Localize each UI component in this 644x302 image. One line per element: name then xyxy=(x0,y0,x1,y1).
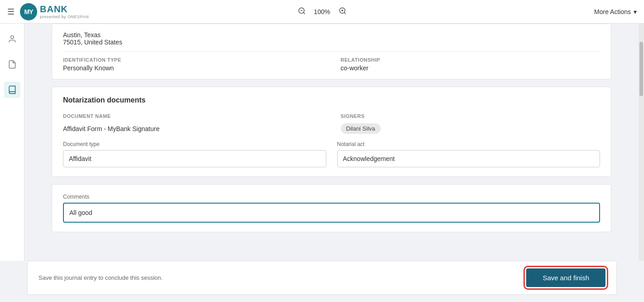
address-card: Austin, Texas 75015, United States IDENT… xyxy=(52,24,611,79)
signer-badge: Dilani Silva xyxy=(341,123,381,134)
logo-initials: MY xyxy=(24,8,33,15)
svg-point-7 xyxy=(10,36,14,39)
doc-table-header: DOCUMENT NAME SIGNERS xyxy=(63,112,600,120)
sidebar-item-book[interactable] xyxy=(4,82,20,98)
doc-name-cell: Affidavit Form - MyBank Signature xyxy=(63,125,323,133)
main-layout: Austin, Texas 75015, United States IDENT… xyxy=(0,24,644,261)
more-actions-button[interactable]: More Actions ▾ xyxy=(594,8,637,15)
logo-container: MY BANK presented by ONESPAN xyxy=(20,3,89,20)
header-left: ☰ MY BANK presented by ONESPAN xyxy=(7,3,89,20)
logo-text-block: BANK presented by ONESPAN xyxy=(40,4,89,19)
header-right: More Actions ▾ xyxy=(594,8,637,15)
id-type-label: IDENTIFICATION TYPE xyxy=(63,57,323,63)
doc-type-row: Document type Notarial act xyxy=(63,141,600,167)
svg-line-4 xyxy=(344,12,345,14)
logo-subtitle: presented by ONESPAN xyxy=(40,15,89,19)
sidebar xyxy=(0,24,24,261)
doc-type-label: Document type xyxy=(63,141,326,147)
notarization-docs-title: Notarization documents xyxy=(63,96,600,104)
notarial-act-group: Notarial act xyxy=(337,141,600,167)
address-lines: Austin, Texas 75015, United States xyxy=(63,31,600,46)
doc-type-group: Document type xyxy=(63,141,326,167)
logo-circle: MY xyxy=(20,3,37,20)
footer-info-text: Save this journal entry to conclude this… xyxy=(39,274,163,281)
relationship-value: co-worker xyxy=(341,64,600,72)
header: ☰ MY BANK presented by ONESPAN 100% More… xyxy=(0,0,644,24)
doc-name-col-header: DOCUMENT NAME xyxy=(63,112,323,120)
more-actions-chevron-icon: ▾ xyxy=(634,8,637,15)
signers-cell: Dilani Silva xyxy=(341,123,600,134)
id-type-col: IDENTIFICATION TYPE Personally Known xyxy=(63,57,323,72)
relationship-col: RELATIONSHIP co-worker xyxy=(341,57,600,72)
comments-label: Comments xyxy=(63,194,600,200)
address-line1: Austin, Texas xyxy=(63,31,600,39)
content-area: Austin, Texas 75015, United States IDENT… xyxy=(24,24,639,261)
svg-line-1 xyxy=(303,12,305,14)
scrollbar-thumb[interactable] xyxy=(639,42,643,96)
address-details-row: IDENTIFICATION TYPE Personally Known REL… xyxy=(63,57,600,72)
relationship-label: RELATIONSHIP xyxy=(341,57,600,63)
id-type-value: Personally Known xyxy=(63,64,323,72)
sidebar-item-document[interactable] xyxy=(4,56,20,73)
zoom-in-button[interactable] xyxy=(337,5,349,19)
doc-row: Affidavit Form - MyBank Signature Dilani… xyxy=(63,123,600,134)
address-line2: 75015, United States xyxy=(63,39,600,46)
more-actions-label: More Actions xyxy=(594,8,631,15)
save-finish-button[interactable]: Save and finish xyxy=(526,268,605,287)
zoom-out-button[interactable] xyxy=(296,5,308,19)
sidebar-item-person[interactable] xyxy=(4,31,20,47)
zoom-value: 100% xyxy=(313,8,331,15)
document-name-value: Affidavit Form - MyBank Signature xyxy=(63,125,160,132)
footer-bar: Save this journal entry to conclude this… xyxy=(27,261,617,295)
divider xyxy=(63,51,600,52)
signers-label: SIGNERS xyxy=(341,113,365,119)
scrollbar-track[interactable] xyxy=(639,24,644,261)
notarial-act-input[interactable] xyxy=(337,150,600,167)
notarization-docs-card: Notarization documents DOCUMENT NAME SIG… xyxy=(52,87,611,177)
notarial-act-label: Notarial act xyxy=(337,141,600,147)
logo-text: BANK xyxy=(40,4,68,14)
doc-name-label: DOCUMENT NAME xyxy=(63,113,111,119)
comments-input[interactable] xyxy=(63,203,600,223)
signers-col-header: SIGNERS xyxy=(341,112,600,120)
hamburger-icon[interactable]: ☰ xyxy=(7,7,15,17)
comments-card: Comments xyxy=(52,184,611,232)
doc-type-input[interactable] xyxy=(63,150,326,167)
header-center: 100% xyxy=(296,5,349,19)
